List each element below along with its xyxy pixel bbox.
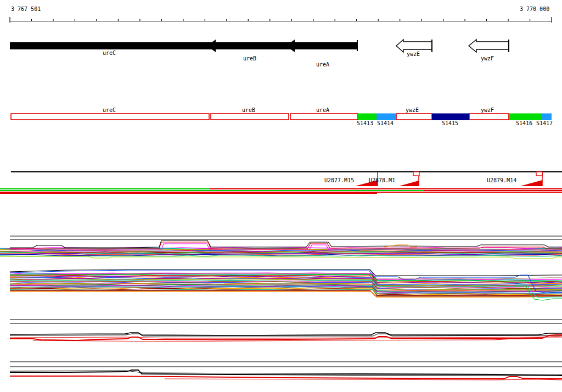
segment-label-s1415: S1415 xyxy=(442,121,458,126)
segment-label-s1413: S1413 xyxy=(357,121,373,126)
probe-label-u2879-m14: U2879.M14 xyxy=(487,178,516,183)
profile-band3 xyxy=(10,333,562,341)
segment-S1413[interactable] xyxy=(358,114,376,121)
gene-label-ywzf: ywzF xyxy=(481,56,494,61)
profile-envelope-line xyxy=(10,337,562,338)
gene-operon-bar-ure[interactable] xyxy=(10,42,357,49)
probe-label-u2877-m15: U2877.M15 xyxy=(324,178,354,183)
profile-envelope-line xyxy=(10,240,562,248)
gene-label-ywze: ywzE xyxy=(407,52,420,57)
segment-S1417[interactable] xyxy=(541,114,552,121)
ruler-end-label: 3 770 000 xyxy=(520,7,549,12)
gene-label-ureb: ureB xyxy=(243,56,256,61)
annotation-label-urec: ureC xyxy=(103,108,116,113)
annotation-box-ywzF[interactable] xyxy=(469,114,509,120)
genome-browser-canvas xyxy=(0,0,562,392)
segment-S1414[interactable] xyxy=(376,114,396,121)
expression-profile-plot xyxy=(0,236,562,380)
profile-envelope-line xyxy=(10,371,562,374)
gene-arrowhead-left[interactable] xyxy=(286,40,295,52)
probe-track xyxy=(0,172,562,193)
segment-label-s1416: S1416 xyxy=(516,121,532,126)
gene-label-urea: ureA xyxy=(316,62,329,68)
annotation-box-ureB[interactable] xyxy=(211,114,289,120)
annotation-label-ywzf: ywzF xyxy=(481,108,494,113)
annotation-box-ywzE[interactable] xyxy=(396,114,432,120)
annotation-track xyxy=(11,114,552,121)
annotation-label-ureb: ureB xyxy=(242,108,255,113)
gene-arrow-ywzF[interactable] xyxy=(469,40,509,52)
profile-band4 xyxy=(10,370,562,380)
gene-arrow-track xyxy=(10,40,509,52)
profile-band1 xyxy=(0,240,562,259)
annotation-label-urea: ureA xyxy=(316,108,329,113)
annotation-box-ureA[interactable] xyxy=(290,114,358,120)
profile-envelope-line xyxy=(10,376,562,379)
segment-S1415[interactable] xyxy=(432,114,469,121)
segment-label-s1414: S1414 xyxy=(377,121,394,126)
annotation-box-ureC[interactable] xyxy=(11,114,209,120)
ruler-start-label: 3 767 501 xyxy=(11,7,41,12)
profile-band2 xyxy=(10,270,562,300)
gene-label-urec: ureC xyxy=(103,51,116,56)
gene-arrowhead-left[interactable] xyxy=(207,40,216,52)
segment-label-s1417: S1417 xyxy=(536,121,553,126)
probe-triangle-U2879.M14[interactable] xyxy=(520,180,542,186)
profile-envelope-line xyxy=(0,256,562,259)
gene-arrow-ywzE[interactable] xyxy=(396,40,432,52)
probe-triangle-U2878.M1[interactable] xyxy=(399,181,419,186)
probe-flag-U2878.M1[interactable] xyxy=(413,172,419,176)
annotation-label-ywze: ywzE xyxy=(406,108,419,113)
ruler-track xyxy=(10,17,552,23)
genome-browser-screen: 3 767 501 3 770 000 ureC ureB ureA ywzE … xyxy=(0,0,562,392)
probe-label-u2878-m1: U2878.M1 xyxy=(369,178,395,183)
probe-flag-U2879.M14[interactable] xyxy=(536,172,542,176)
segment-S1416[interactable] xyxy=(509,114,541,121)
